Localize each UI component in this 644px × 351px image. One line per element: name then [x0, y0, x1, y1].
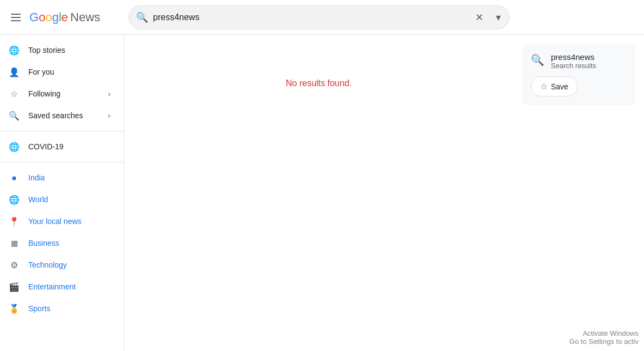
sidebar-item-local-news[interactable]: 📍 Your local news [0, 210, 119, 232]
star-outline-icon: ☆ [9, 88, 20, 99]
main-layout: 🌐 Top stories 👤 For you ☆ Following › 🔍 … [0, 35, 644, 351]
sidebar-item-covid-19[interactable]: 🌐 COVID-19 [0, 136, 119, 158]
technology-icon: ⚙ [9, 259, 20, 270]
sidebar-item-top-stories[interactable]: 🌐 Top stories [0, 39, 119, 61]
sidebar: 🌐 Top stories 👤 For you ☆ Following › 🔍 … [0, 35, 124, 351]
sidebar-item-label: Entertainment [28, 282, 111, 291]
header: Google News 🔍 ✕ ▾ [0, 0, 644, 35]
business-icon: ▦ [9, 238, 20, 249]
search-result-info: press4news Search results [551, 52, 596, 70]
chevron-right-icon: › [108, 111, 111, 120]
sidebar-item-label: Your local news [28, 217, 111, 226]
sidebar-item-entertainment[interactable]: 🎬 Entertainment [0, 276, 119, 298]
save-label: Save [551, 82, 568, 91]
sidebar-item-label: Following [28, 89, 108, 98]
sidebar-item-india[interactable]: ■ India [0, 167, 119, 189]
person-icon: 👤 [9, 66, 20, 77]
search-result-title: press4news [551, 52, 596, 62]
sidebar-item-label: India [28, 173, 111, 182]
sidebar-item-saved-searches[interactable]: 🔍 Saved searches › [0, 105, 119, 126]
search-input[interactable] [128, 5, 510, 29]
save-button[interactable]: ☆ Save [531, 76, 578, 96]
search-result-icon: 🔍 [531, 53, 544, 66]
sidebar-item-label: Business [28, 239, 111, 247]
sidebar-divider [0, 131, 124, 131]
search-dropdown-button[interactable]: ▾ [494, 9, 503, 26]
sidebar-item-label: Sports [28, 304, 111, 313]
globe-icon: 🌐 [9, 141, 20, 152]
location-icon: 📍 [9, 216, 20, 227]
search-container: 🔍 ✕ ▾ [128, 5, 510, 29]
sports-icon: 🏅 [9, 303, 20, 314]
entertainment-icon: 🎬 [9, 281, 20, 292]
sidebar-item-for-you[interactable]: 👤 For you [0, 61, 119, 83]
search-icon: 🔍 [9, 110, 20, 121]
sidebar-item-business[interactable]: ▦ Business [0, 232, 119, 254]
sidebar-item-label: Technology [28, 261, 111, 269]
hamburger-menu[interactable] [9, 11, 23, 23]
search-result-card: 🔍 press4news Search results ☆ Save [522, 44, 635, 105]
sidebar-item-technology[interactable]: ⚙ Technology [0, 254, 119, 276]
sidebar-item-following[interactable]: ☆ Following › [0, 83, 119, 105]
sidebar-item-label: World [28, 195, 111, 204]
windows-line1: Activate Windows [569, 329, 639, 337]
logo-news: News [70, 10, 100, 25]
right-panel: 🔍 press4news Search results ☆ Save [513, 35, 644, 351]
world-icon: 🌐 [9, 194, 20, 205]
logo-google: Google [29, 10, 68, 25]
search-result-subtitle: Search results [551, 62, 596, 70]
star-icon: ☆ [540, 81, 548, 92]
india-icon: ■ [9, 172, 20, 183]
globe-icon: 🌐 [9, 45, 20, 56]
main-content: No results found. [124, 35, 513, 351]
no-results-text: No results found. [286, 78, 352, 88]
windows-activation: Activate Windows Go to Settings to activ [569, 329, 639, 346]
search-clear-button[interactable]: ✕ [473, 9, 486, 26]
sidebar-item-label: Saved searches [28, 111, 108, 120]
sidebar-item-label: Top stories [28, 46, 111, 55]
sidebar-item-world[interactable]: 🌐 World [0, 189, 119, 210]
search-icon: 🔍 [136, 11, 148, 23]
search-result-card-top: 🔍 press4news Search results [531, 52, 627, 70]
sidebar-divider-2 [0, 162, 124, 162]
logo[interactable]: Google News [29, 10, 100, 25]
sidebar-item-sports[interactable]: 🏅 Sports [0, 298, 119, 319]
sidebar-item-label: COVID-19 [28, 142, 111, 151]
header-left: Google News [9, 10, 128, 25]
sidebar-item-label: For you [28, 68, 111, 76]
windows-line2: Go to Settings to activ [569, 337, 639, 346]
chevron-right-icon: › [108, 89, 111, 98]
